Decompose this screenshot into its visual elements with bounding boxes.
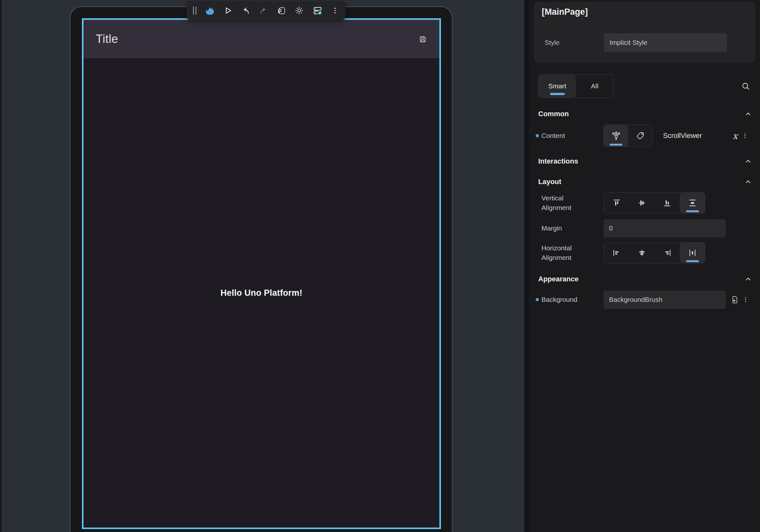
content-mode-element[interactable] (604, 125, 628, 147)
tag-icon (636, 131, 645, 140)
align-vcenter-icon[interactable] (629, 193, 654, 213)
style-row: Style Implicit Style (545, 33, 727, 52)
modified-dot (536, 298, 539, 301)
align-top-icon[interactable] (604, 193, 629, 213)
margin-label: Margin (542, 223, 603, 233)
section-interactions-header[interactable]: Interactions (538, 156, 752, 167)
window-left-edge (0, 0, 2, 532)
app-title-bar[interactable]: Title (83, 20, 439, 58)
search-icon[interactable] (741, 81, 750, 91)
redo-icon[interactable] (259, 6, 268, 15)
save-icon[interactable] (418, 34, 427, 43)
section-common-title: Common (538, 110, 569, 118)
theme-light-icon[interactable] (294, 6, 304, 15)
chevron-up-icon[interactable] (744, 275, 752, 283)
panel-divider (524, 0, 529, 532)
align-left-icon[interactable] (604, 243, 629, 263)
hot-design-flame-icon[interactable] (205, 5, 215, 16)
device-frame: Title Hello Uno Platform! (70, 6, 452, 532)
margin-input[interactable]: 0 (603, 219, 726, 237)
chevron-up-icon[interactable] (744, 178, 752, 186)
content-property-row: Content (534, 124, 755, 147)
content-label: Content (542, 131, 603, 140)
stretch-horizontal-icon[interactable] (680, 243, 705, 263)
chevron-up-icon[interactable] (744, 110, 752, 118)
hot-design-workspace: Title Hello Uno Platform! (0, 0, 760, 532)
tab-all[interactable]: All (576, 74, 613, 98)
app-content-area[interactable]: Hello Uno Platform! (83, 58, 439, 527)
content-mode-toggle (603, 124, 653, 147)
content-value: ScrollViewer (663, 131, 702, 140)
background-value: BackgroundBrush (609, 296, 662, 304)
markup-x-icon[interactable]: x (733, 131, 737, 141)
hot-design-toolbar (187, 1, 346, 20)
background-label: Background (542, 295, 603, 305)
inspect-element-icon[interactable] (276, 6, 286, 16)
section-interactions-title: Interactions (538, 157, 578, 166)
background-input[interactable]: BackgroundBrush (603, 291, 726, 309)
element-tree-icon (611, 131, 621, 141)
vertical-alignment-row: Vertical Alignment (534, 192, 755, 214)
content-more-icon[interactable] (741, 132, 748, 139)
drag-handle-icon[interactable] (193, 6, 197, 15)
style-label: Style (545, 39, 604, 46)
property-tabbar: Smart All (538, 74, 750, 98)
margin-row: Margin 0 (534, 219, 755, 237)
stretch-vertical-icon[interactable] (680, 193, 705, 213)
section-appearance-header[interactable]: Appearance (538, 273, 752, 285)
tab-smart-label: Smart (548, 82, 566, 90)
hello-text[interactable]: Hello Uno Platform! (220, 288, 303, 298)
align-hcenter-icon[interactable] (629, 243, 654, 263)
background-property-row: Background BackgroundBrush (534, 290, 755, 309)
chevron-up-icon[interactable] (744, 157, 752, 166)
property-tab-group: Smart All (538, 74, 614, 98)
properties-panel: [MainPage] Style Implicit Style Smart Al… (529, 0, 760, 532)
background-more-icon[interactable] (742, 296, 749, 303)
margin-value: 0 (609, 224, 613, 232)
align-bottom-icon[interactable] (654, 193, 680, 213)
selected-page-outline[interactable]: Title Hello Uno Platform! (82, 18, 441, 529)
content-mode-literal[interactable] (628, 125, 652, 147)
section-common-header[interactable]: Common (538, 108, 752, 120)
style-input[interactable]: Implicit Style (604, 33, 727, 52)
app-title: Title (96, 32, 118, 46)
style-value: Implicit Style (610, 39, 647, 46)
modified-dot (536, 134, 539, 137)
undo-icon[interactable] (241, 6, 251, 15)
section-appearance-title: Appearance (538, 275, 579, 283)
tab-all-label: All (591, 82, 598, 90)
align-right-icon[interactable] (654, 243, 680, 263)
tab-smart[interactable]: Smart (539, 74, 576, 98)
resource-document-icon[interactable] (730, 295, 739, 304)
more-menu-icon[interactable] (331, 6, 339, 15)
selected-element-card: [MainPage] Style Implicit Style (534, 2, 755, 63)
horizontal-alignment-group (603, 242, 705, 264)
dev-server-connected-icon[interactable] (312, 5, 323, 16)
horizontal-alignment-row: Horizontal Alignment (534, 242, 755, 264)
section-layout-header[interactable]: Layout (538, 176, 752, 188)
horizontal-alignment-label: Horizontal Alignment (542, 243, 603, 263)
play-icon[interactable] (223, 6, 233, 15)
vertical-alignment-group (603, 192, 705, 214)
section-layout-title: Layout (538, 178, 561, 186)
vertical-alignment-label: Vertical Alignment (542, 193, 603, 213)
selected-element-name: [MainPage] (542, 7, 588, 17)
